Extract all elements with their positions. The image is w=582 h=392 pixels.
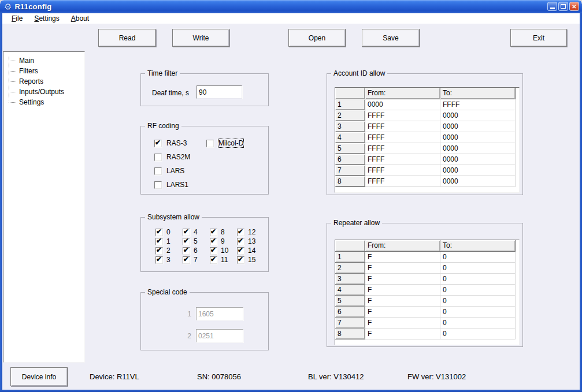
subsystem-6-checkbox[interactable] bbox=[183, 247, 190, 255]
subsystem-8-checkbox[interactable] bbox=[210, 229, 217, 236]
subsystem-10-checkbox[interactable] bbox=[210, 247, 217, 255]
device-info-button[interactable]: Device info bbox=[10, 367, 68, 386]
read-button[interactable]: Read bbox=[98, 29, 156, 47]
close-icon[interactable]: ✕ bbox=[569, 2, 579, 11]
subsystem-2-label[interactable]: 2 bbox=[166, 247, 170, 255]
ras2m-label[interactable]: RAS2M bbox=[166, 153, 190, 161]
titlebar[interactable]: ⚙ R11config ✕ bbox=[0, 0, 582, 13]
subsystem-3-label[interactable]: 3 bbox=[166, 256, 170, 264]
from-cell[interactable]: FFFF bbox=[365, 176, 440, 187]
maximize-glyph bbox=[561, 4, 566, 9]
subsystem-1-label[interactable]: 1 bbox=[166, 237, 170, 245]
ras3-label[interactable]: RAS-3 bbox=[166, 139, 187, 147]
subsystem-11-label[interactable]: 11 bbox=[221, 256, 228, 264]
subsystem-8-label[interactable]: 8 bbox=[221, 228, 225, 236]
from-cell[interactable]: F bbox=[365, 307, 440, 318]
row-header-cell: 2 bbox=[335, 263, 365, 274]
sidebar-item-main[interactable]: Main bbox=[3, 55, 84, 66]
lars-checkbox[interactable] bbox=[154, 167, 162, 175]
deaf-time-input[interactable] bbox=[197, 85, 242, 99]
subsystem-5-checkbox[interactable] bbox=[183, 238, 190, 245]
from-cell[interactable]: F bbox=[365, 328, 440, 339]
subsystem-11-checkbox[interactable] bbox=[210, 256, 217, 264]
lars-label[interactable]: LARS bbox=[166, 167, 184, 175]
subsystem-3-checkbox[interactable] bbox=[155, 256, 163, 264]
subsystem-12-checkbox[interactable] bbox=[237, 229, 244, 236]
sidebar-item-inputs-outputs[interactable]: Inputs/Outputs bbox=[3, 87, 84, 97]
to-cell[interactable]: 0 bbox=[440, 328, 516, 339]
table-row: 4F0 bbox=[335, 285, 519, 296]
from-cell[interactable]: F bbox=[365, 274, 440, 285]
from-cell[interactable]: F bbox=[365, 318, 440, 328]
serial-number-label: SN: 0078056 bbox=[197, 372, 241, 381]
subsystem-12-label[interactable]: 12 bbox=[248, 228, 255, 236]
from-cell[interactable]: F bbox=[365, 252, 440, 263]
to-cell[interactable]: 0 bbox=[440, 274, 516, 285]
table-header-row: From:To: bbox=[335, 88, 519, 99]
subsystem-6-label[interactable]: 6 bbox=[194, 247, 198, 255]
exit-button[interactable]: Exit bbox=[510, 29, 567, 47]
minimize-icon[interactable] bbox=[547, 2, 557, 11]
from-cell[interactable]: FFFF bbox=[365, 165, 440, 176]
menu-settings[interactable]: Settings bbox=[28, 14, 65, 23]
milcold-checkbox[interactable] bbox=[206, 140, 214, 147]
subsystem-14-label[interactable]: 14 bbox=[248, 247, 255, 255]
to-cell[interactable]: 0000 bbox=[440, 143, 516, 154]
to-cell[interactable]: 0 bbox=[440, 285, 516, 296]
from-cell[interactable]: F bbox=[365, 285, 440, 296]
subsystem-4-checkbox[interactable] bbox=[183, 229, 190, 236]
lars1-label[interactable]: LARS1 bbox=[166, 181, 188, 189]
sidebar-item-filters[interactable]: Filters bbox=[3, 66, 84, 76]
to-cell[interactable]: FFFF bbox=[440, 99, 516, 110]
from-cell[interactable]: F bbox=[365, 263, 440, 274]
to-cell[interactable]: 0000 bbox=[440, 176, 516, 187]
subsystem-5-label[interactable]: 5 bbox=[194, 237, 198, 245]
subsystem-1-checkbox[interactable] bbox=[155, 238, 163, 245]
ras2m-checkbox[interactable] bbox=[154, 154, 162, 161]
to-cell[interactable]: 0 bbox=[440, 318, 516, 328]
subsystem-9-label[interactable]: 9 bbox=[221, 237, 225, 245]
open-button[interactable]: Open bbox=[288, 29, 346, 47]
from-cell[interactable]: FFFF bbox=[365, 110, 440, 121]
subsystem-14-checkbox[interactable] bbox=[237, 247, 244, 255]
from-cell[interactable]: FFFF bbox=[365, 154, 440, 165]
milcold-label[interactable]: Milcol-D bbox=[218, 139, 243, 147]
subsystem-0-checkbox[interactable] bbox=[155, 229, 163, 236]
from-cell[interactable]: FFFF bbox=[365, 121, 440, 132]
subsystem-9-checkbox[interactable] bbox=[210, 238, 217, 245]
to-cell[interactable]: 0000 bbox=[440, 165, 516, 176]
subsystem-13-checkbox[interactable] bbox=[237, 238, 244, 245]
subsystem-13-label[interactable]: 13 bbox=[248, 237, 255, 245]
to-cell[interactable]: 0000 bbox=[440, 110, 516, 121]
sidebar-item-reports[interactable]: Reports bbox=[3, 76, 84, 87]
table-row: 1F0 bbox=[335, 252, 519, 263]
to-cell[interactable]: 0 bbox=[440, 296, 516, 307]
to-cell[interactable]: 0000 bbox=[440, 121, 516, 132]
subsystem-0-label[interactable]: 0 bbox=[166, 228, 170, 236]
subsystem-4-label[interactable]: 4 bbox=[194, 228, 198, 236]
save-button[interactable]: Save bbox=[362, 29, 420, 47]
subsystem-2-checkbox[interactable] bbox=[155, 247, 163, 255]
from-cell[interactable]: 0000 bbox=[365, 99, 440, 110]
from-cell[interactable]: FFFF bbox=[365, 143, 440, 154]
ras3-checkbox[interactable] bbox=[154, 140, 162, 147]
subsystem-10-label[interactable]: 10 bbox=[221, 247, 228, 255]
subsystem-7-checkbox[interactable] bbox=[183, 256, 190, 264]
sidebar-item-settings[interactable]: Settings bbox=[3, 97, 84, 107]
subsystem-15-label[interactable]: 15 bbox=[248, 256, 255, 264]
table-row: 10000FFFF bbox=[335, 99, 519, 110]
to-cell[interactable]: 0000 bbox=[440, 132, 516, 143]
subsystem-7-label[interactable]: 7 bbox=[194, 256, 198, 264]
write-button[interactable]: Write bbox=[172, 29, 229, 47]
from-cell[interactable]: FFFF bbox=[365, 132, 440, 143]
lars1-checkbox[interactable] bbox=[154, 181, 162, 189]
to-cell[interactable]: 0 bbox=[440, 263, 516, 274]
from-cell[interactable]: F bbox=[365, 296, 440, 307]
to-cell[interactable]: 0 bbox=[440, 307, 516, 318]
menu-about[interactable]: About bbox=[65, 14, 95, 23]
maximize-icon[interactable] bbox=[558, 2, 568, 11]
subsystem-15-checkbox[interactable] bbox=[237, 256, 244, 264]
menu-file[interactable]: File bbox=[6, 14, 28, 23]
to-cell[interactable]: 0000 bbox=[440, 154, 516, 165]
to-cell[interactable]: 0 bbox=[440, 252, 516, 263]
